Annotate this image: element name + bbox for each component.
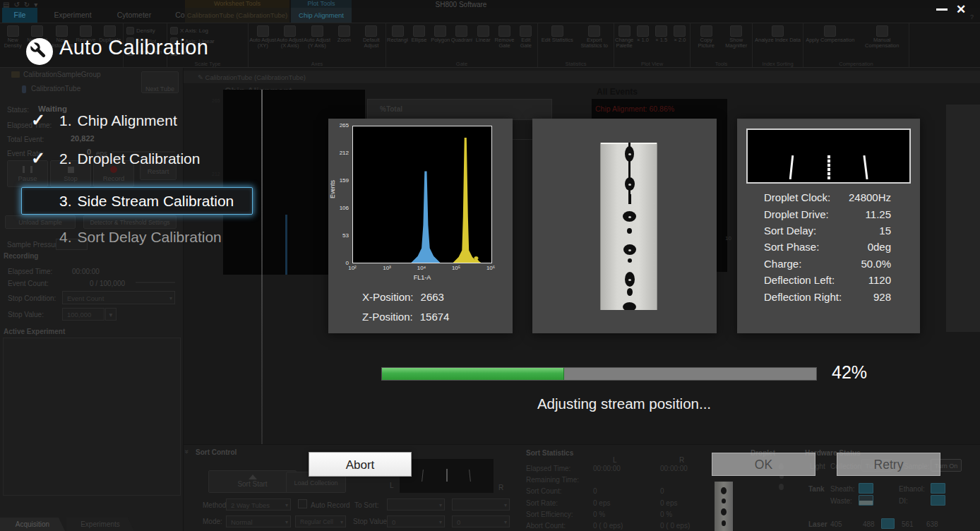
ribbon-item-label: Edit Statistics [539, 37, 576, 49]
detector-threshold-button[interactable]: Detector & Threshold Settings [83, 215, 177, 229]
ribbon-item[interactable]: Show Magnifier [722, 25, 752, 49]
ribbon-item[interactable]: Rectangle [387, 25, 408, 49]
ribbon-item-icon [498, 25, 510, 37]
ribbon-group-statistics: Statistics Edit StatisticsExport Statist… [538, 23, 614, 67]
worksheet-tab[interactable]: ✎ CalibrationTube (CalibrationTube) [198, 71, 306, 83]
ribbon-item-icon [520, 25, 532, 37]
ribbon-item-label: Auto Adjust (Y Axis) [304, 37, 330, 49]
ribbon-item[interactable]: X Axis: Log [168, 25, 247, 36]
ribbon-item-label: Density [136, 28, 155, 34]
ribbon-item-label: Copy Picture [691, 37, 722, 49]
progress-fill [382, 368, 564, 380]
to-sort-dropdown-l[interactable]: ▾ [387, 499, 445, 511]
sort-statistics-table: Elapsed Time: 00:00:00 00:00:00 Remainin… [526, 465, 710, 531]
ribbon-item-label: Show Magnifier [722, 37, 752, 49]
ribbon-item-icon [257, 25, 269, 37]
tab-acquisition[interactable]: Acquisition [0, 518, 65, 531]
droplet-camera-panel [532, 119, 717, 333]
bg-sort-stream-image [400, 459, 494, 493]
ribbon-item[interactable]: Edit Gate [515, 25, 537, 49]
droplet-shape [628, 258, 632, 263]
ribbon-item[interactable]: Polygon [430, 25, 451, 49]
ribbon-item[interactable]: New Density [1, 25, 25, 49]
tab-calibrationtube[interactable]: CalibrationTube (CalibrationTube) [185, 8, 289, 23]
help-icon[interactable]: ? [970, 13, 974, 20]
tab-cytometer[interactable]: Cytometer [106, 8, 162, 23]
ribbon-item[interactable]: Density [124, 25, 166, 36]
ribbon-item-label: × 1.0 [633, 37, 652, 49]
method-dropdown[interactable]: 2 Way Tubes▾ [226, 499, 291, 511]
bg-right-panel-sliver [946, 105, 980, 332]
tab-experiments[interactable]: Experiments [66, 518, 134, 531]
sort-start-button[interactable]: Sort Start [208, 470, 297, 493]
stop-condition-dropdown[interactable]: Event Count ▾ [62, 291, 175, 304]
histogram-panel: Events 265212159106530 10²10³10⁴10⁵10⁶ F… [328, 119, 513, 333]
ribbon-item-label: Export Statistics to CSV File [576, 37, 614, 49]
ribbon-item-icon [284, 25, 296, 37]
collapse-chevron-icon[interactable]: » [183, 450, 191, 454]
ribbon-item[interactable]: Remove Gate [494, 25, 515, 49]
mode-dropdown[interactable]: Normal▾ [226, 515, 291, 527]
cell-type-dropdown[interactable]: Regular Cell▾ [295, 515, 346, 527]
ribbon-item[interactable]: × 2.0 [671, 25, 689, 49]
sort-stats-row: Abort Count: 0 ( 0 eps) 0 ( 0 eps) [526, 522, 710, 531]
to-sort-dropdown-r[interactable]: ▾ [452, 499, 510, 511]
stop-value-dropdown-r[interactable]: 0▾ [452, 515, 510, 527]
ribbon-item[interactable]: Edit Statistics [539, 25, 576, 49]
ribbon-item[interactable]: Default Adjust [358, 25, 385, 49]
stop-value-dropdown-icon[interactable]: ▾ [105, 308, 116, 321]
retry-button[interactable]: Retry [837, 453, 940, 476]
ribbon-item-icon [588, 25, 600, 37]
ribbon-item[interactable]: Quadrant [451, 25, 472, 49]
ribbon-item[interactable]: Manual Compensation [856, 25, 909, 49]
droplet-shape [628, 161, 631, 178]
tab-chip-alignment[interactable]: Chip Alignment [291, 8, 352, 23]
bg-axis-fragment: 10 [725, 235, 731, 241]
ribbon-item[interactable]: Change Palette [615, 25, 633, 49]
ribbon-item[interactable]: Ellipse [408, 25, 429, 49]
tab-file[interactable]: File [2, 8, 37, 23]
close-button[interactable]: ✕ [956, 2, 966, 17]
tube-item[interactable]: CalibrationTube [31, 85, 80, 93]
auto-record-checkbox[interactable] [298, 499, 307, 508]
histogram-xlabel: FL1-A [352, 274, 492, 281]
unload-sample-button[interactable]: Unload Sample [5, 215, 76, 229]
ribbon-item-icon [876, 25, 888, 37]
calibration-progress-bar [381, 367, 817, 381]
ok-button[interactable]: OK [712, 453, 815, 476]
droplet-shape [625, 146, 634, 162]
ribbon-item-label: Auto Adjust (XY) [249, 37, 276, 49]
ribbon-item-label: Change Palette [615, 37, 633, 49]
ribbon-item[interactable]: Export Statistics to CSV File [576, 25, 614, 49]
tab-experiment[interactable]: Experiment [41, 8, 104, 23]
minimize-button[interactable] [936, 8, 948, 11]
histogram-plot [352, 126, 492, 263]
ribbon-item-icon [80, 25, 92, 37]
sort-stats-row: Elapsed Time: 00:00:00 00:00:00 [526, 465, 710, 476]
ribbon-item[interactable]: Analyze Index Data [753, 25, 802, 49]
sheath-level-indicator [859, 483, 873, 494]
ribbon-item[interactable]: Zoom [330, 25, 357, 49]
pencil-icon: ✎ [198, 73, 203, 81]
ribbon-item[interactable]: × 1.0 [633, 25, 652, 49]
abort-button[interactable]: Abort [309, 452, 412, 477]
stop-value-field[interactable]: 100,000 [62, 308, 104, 321]
droplet-shape [625, 177, 635, 191]
ribbon-item-icon [637, 25, 649, 37]
ribbon-item[interactable]: Copy Picture [691, 25, 722, 49]
next-tube-button[interactable]: Next Tube [141, 71, 179, 93]
stop-value-dropdown-l[interactable]: 0▾ [387, 515, 445, 527]
ribbon-item[interactable]: Auto Adjust (XY) [249, 25, 276, 49]
ribbon-item[interactable]: Apply Compensation [804, 25, 856, 49]
ribbon-item-label: Default Adjust [358, 37, 385, 49]
wrench-icon [25, 37, 54, 66]
ribbon-item-icon [551, 25, 563, 37]
ribbon-item[interactable]: Linear [472, 25, 494, 49]
side-stream-image [746, 129, 911, 184]
side-stream-stat-row: Deflection Left: 1120 [764, 272, 891, 288]
sample-group-item[interactable]: CalibrationSampleGroup [23, 71, 101, 78]
ribbon-item[interactable]: Auto Adjust (X Axis) [276, 25, 303, 49]
ribbon-item[interactable]: Auto Adjust (Y Axis) [304, 25, 330, 49]
laser-488-indicator [881, 518, 895, 529]
ribbon-item[interactable]: × 1.5 [652, 25, 671, 49]
